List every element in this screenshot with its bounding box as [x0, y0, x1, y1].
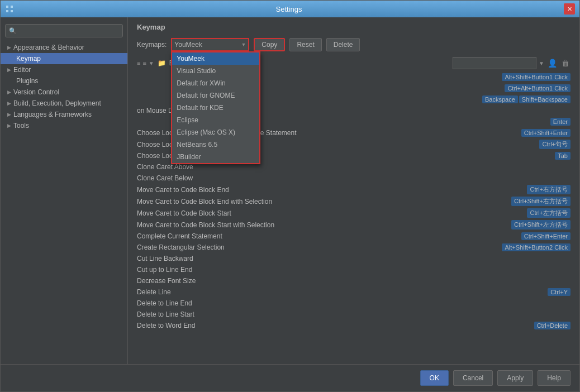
close-button[interactable]: ✕ — [564, 3, 575, 15]
dropdown-item-jbuilder[interactable]: JBuilder — [172, 151, 259, 163]
sidebar-item-label: Version Control — [13, 88, 59, 96]
action-name: Move Caret to Code Block Start with Sele… — [137, 221, 509, 229]
cancel-button[interactable]: Cancel — [453, 370, 493, 386]
sidebar-item-version-control[interactable]: ▶ Version Control — [1, 87, 127, 98]
expand-icon: ▶ — [7, 67, 11, 73]
action-shortcut: Enter — [550, 118, 571, 126]
action-shortcut: Ctrl+右方括号 — [527, 185, 571, 194]
keymap-row: Keymaps: YouMeek ▼ YouMeek Visual Studio… — [128, 35, 579, 55]
sidebar-search-container: 🔍 — [5, 24, 123, 37]
keymap-label: Keymaps: — [137, 41, 167, 49]
table-row: Complete Current Statement Ctrl+Shift+En… — [128, 231, 579, 242]
sidebar-item-keymap[interactable]: Keymap — [1, 53, 127, 64]
sidebar-item-tools[interactable]: ▶ Tools — [1, 120, 127, 131]
action-shortcut: Alt+Shift+Button1 Click — [502, 73, 571, 81]
action-shortcut: Ctrl+Shift+右方括号 — [511, 197, 571, 206]
action-shortcut: Ctrl+Alt+Button1 Click — [505, 84, 571, 92]
person-icon[interactable]: 👤 — [546, 58, 558, 69]
section-title: Keymap — [128, 17, 579, 35]
dropdown-arrow-icon: ▼ — [241, 42, 246, 47]
expand-icon: ▶ — [7, 89, 11, 95]
dropdown-item-gnome[interactable]: Default for GNOME — [172, 89, 259, 102]
action-name: Move Caret to Code Block End with Select… — [137, 198, 509, 205]
dropdown-item-youmeek[interactable]: YouMeek — [172, 52, 259, 65]
help-button[interactable]: Help — [538, 370, 571, 386]
svg-rect-1 — [11, 6, 13, 8]
action-shortcut: Ctrl+Shift+左方括号 — [511, 220, 571, 230]
action-shortcut: Ctrl+Y — [548, 288, 571, 296]
table-row: Move Caret to Code Block End Ctrl+右方括号 — [128, 184, 579, 195]
action-name: Move Caret to Code Block Start — [137, 209, 525, 217]
action-name: Clone Caret Below — [137, 174, 571, 182]
sidebar-search-icon: 🔍 — [9, 27, 17, 35]
sidebar-item-editor[interactable]: ▶ Editor — [1, 64, 127, 75]
action-name: Delete Line — [137, 288, 545, 296]
keymap-dropdown[interactable]: YouMeek ▼ — [171, 38, 249, 51]
svg-rect-0 — [6, 6, 8, 8]
table-row: Decrease Font Size — [128, 275, 579, 286]
table-row: Cut Line Backward — [128, 253, 579, 264]
dialog-title: Settings — [14, 5, 564, 13]
reset-button[interactable]: Reset — [289, 38, 321, 51]
collapse-all-icon[interactable]: ≡ — [142, 60, 146, 66]
settings-dialog: Settings ✕ 🔍 ▶ Appearance & Behavior Key… — [0, 0, 580, 392]
content-area: Keymap Keymaps: YouMeek ▼ YouMeek Visual… — [128, 17, 579, 364]
action-name: Cut Line Backward — [137, 255, 571, 262]
action-name: Create Rectangular Selection — [137, 243, 500, 251]
dropdown-item-eclipse[interactable]: Eclipse — [172, 114, 259, 126]
dialog-footer: OK Cancel Apply Help — [1, 364, 579, 391]
sidebar-item-label: Tools — [13, 122, 29, 130]
dropdown-item-netbeans[interactable]: NetBeans 6.5 — [172, 138, 259, 151]
table-row: Create Rectangular Selection Alt+Shift+B… — [128, 242, 579, 253]
action-shortcut: Ctrl+左方括号 — [527, 208, 571, 218]
sidebar-item-plugins[interactable]: Plugins — [1, 75, 127, 87]
table-row: Clone Caret Below — [128, 173, 579, 184]
delete-button[interactable]: Delete — [326, 38, 360, 51]
sidebar-item-languages[interactable]: ▶ Languages & Frameworks — [1, 109, 127, 120]
search-dropdown-icon[interactable]: ▼ — [539, 60, 544, 66]
action-search-input[interactable] — [453, 57, 536, 69]
tree-chevron: ▼ — [149, 60, 154, 66]
sidebar-item-label: Languages & Frameworks — [13, 111, 92, 118]
svg-rect-2 — [6, 10, 8, 12]
table-row: Delete Line Ctrl+Y — [128, 286, 579, 298]
keymap-dropdown-container: YouMeek ▼ YouMeek Visual Studio Default … — [171, 38, 249, 51]
sidebar-item-appearance[interactable]: ▶ Appearance & Behavior — [1, 42, 127, 53]
sidebar-item-build[interactable]: ▶ Build, Execution, Deployment — [1, 98, 127, 109]
ok-button[interactable]: OK — [420, 370, 449, 386]
sidebar-item-label: Editor — [13, 66, 31, 74]
table-row: Move Caret to Code Block End with Select… — [128, 195, 579, 207]
action-name: Decrease Font Size — [137, 277, 571, 285]
action-shortcut: Ctrl+句号 — [539, 140, 571, 149]
table-row: Move Caret to Code Block Start Ctrl+左方括号 — [128, 207, 579, 219]
action-shortcut: Tab — [555, 152, 571, 160]
sidebar-item-label: Keymap — [16, 55, 41, 63]
action-shortcut: Ctrl+Shift+Enter — [521, 232, 571, 240]
dropdown-item-kde[interactable]: Default for KDE — [172, 102, 259, 114]
table-row: Delete to Line Start — [128, 309, 579, 320]
sidebar-item-label: Plugins — [16, 77, 38, 85]
table-row: Move Caret to Code Block Start with Sele… — [128, 219, 579, 231]
apply-button[interactable]: Apply — [497, 370, 533, 386]
copy-button[interactable]: Copy — [254, 38, 285, 51]
dropdown-item-xwin[interactable]: Default for XWin — [172, 77, 259, 89]
expand-icon: ▶ — [7, 45, 11, 50]
action-name: Delete to Word End — [137, 322, 532, 329]
keymap-dropdown-menu: YouMeek Visual Studio Default for XWin D… — [171, 51, 260, 164]
action-name: Delete to Line End — [137, 299, 571, 307]
sidebar-item-label: Build, Execution, Deployment — [13, 99, 101, 107]
expand-icon: ▶ — [7, 123, 11, 128]
table-row: Cut up to Line End — [128, 264, 579, 275]
svg-rect-3 — [11, 10, 13, 12]
action-shortcut: Backspace — [482, 95, 518, 103]
action-name: Complete Current Statement — [137, 232, 519, 240]
action-shortcut: Alt+Shift+Button2 Click — [502, 243, 571, 251]
table-row: Delete to Word End Ctrl+Delete — [128, 320, 579, 331]
sidebar-search-input[interactable] — [19, 27, 119, 35]
trash-icon[interactable]: 🗑 — [560, 58, 571, 69]
action-name: Clone Caret Above — [137, 163, 571, 171]
action-name: Delete to Line Start — [137, 310, 571, 318]
dropdown-item-eclipse-mac[interactable]: Eclipse (Mac OS X) — [172, 126, 259, 138]
dropdown-item-vs[interactable]: Visual Studio — [172, 65, 259, 77]
expand-all-icon[interactable]: ≡ — [137, 60, 140, 66]
